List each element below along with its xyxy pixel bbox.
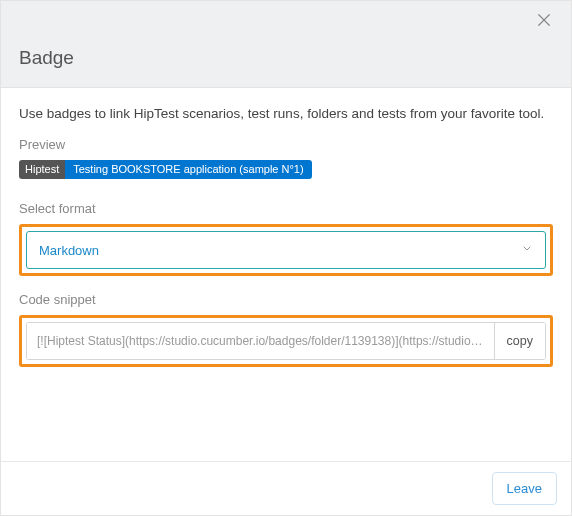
close-icon [535,11,553,29]
snippet-input[interactable] [26,322,494,360]
badge-left: Hiptest [19,160,65,179]
snippet-row: copy [26,322,546,360]
format-label: Select format [19,201,553,216]
preview-label: Preview [19,137,553,152]
description-text: Use badges to link HipTest scenarios, te… [19,106,553,121]
chevron-down-icon [521,243,533,258]
format-highlight: Markdown [19,224,553,276]
close-button[interactable] [535,11,557,33]
format-select[interactable]: Markdown [26,231,546,269]
dialog-header: Badge [1,1,571,88]
snippet-highlight: copy [19,315,553,367]
snippet-label: Code snippet [19,292,553,307]
leave-button[interactable]: Leave [492,472,557,505]
copy-button[interactable]: copy [494,322,546,360]
badge-right: Testing BOOKSTORE application (sample N°… [65,160,311,179]
format-value: Markdown [39,243,99,258]
dialog-content: Use badges to link HipTest scenarios, te… [1,88,571,401]
preview-badge: Hiptest Testing BOOKSTORE application (s… [19,160,312,179]
dialog-footer: Leave [1,461,571,515]
dialog-title: Badge [19,47,553,69]
